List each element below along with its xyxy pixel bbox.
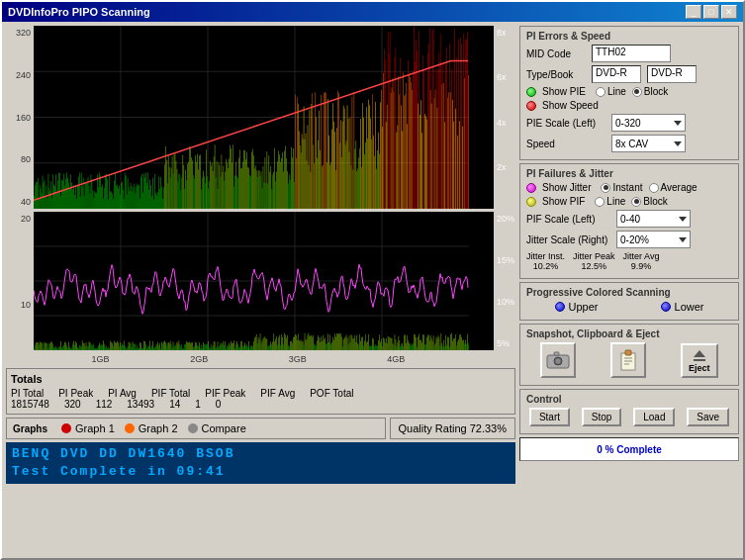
start-button[interactable]: Start [529, 408, 570, 426]
show-pie-led [526, 87, 536, 97]
pif-block-radio-dot [631, 197, 641, 207]
pif-block-radio[interactable]: Block [631, 196, 667, 207]
eject-button[interactable]: Eject [681, 343, 718, 378]
pif-scale-dropdown[interactable]: 0-40 [616, 210, 691, 228]
show-pif-row: Show PIF Line Block [526, 196, 732, 207]
pi-peak-value: 320 [64, 399, 81, 410]
close-button[interactable]: ✕ [721, 5, 737, 19]
lower-label: Lower [675, 301, 704, 313]
jitter-average-radio[interactable]: Average [649, 182, 698, 193]
pi-errors-title: PI Errors & Speed [526, 31, 732, 42]
type-book-row: Type/Book DVD-R DVD-R [526, 65, 732, 83]
jitter-scale-dropdown[interactable]: 0-20% [616, 231, 691, 248]
pie-scale-dropdown[interactable]: 0-320 [611, 114, 686, 132]
speed-dropdown[interactable]: 8x CAV [611, 135, 686, 152]
jitter-avg-stat: Jitter Avg 9.9% [623, 251, 660, 271]
show-speed-led [526, 101, 536, 111]
graph1-item[interactable]: Graph 1 [61, 422, 115, 434]
main-chart-y-right: 8x 6x 4x 2x [494, 26, 515, 209]
show-speed-row: Show Speed [526, 100, 732, 111]
secondary-chart-y-left: 20 10 [6, 212, 34, 350]
secondary-chart-y-right: 20% 15% 10% 5% [494, 212, 515, 350]
svg-point-2 [556, 359, 561, 364]
show-jitter-label: Show Jitter [542, 182, 591, 193]
type-book-val2[interactable]: DVD-R [647, 65, 697, 83]
pif-scale-arrow-icon [679, 217, 687, 222]
compare-label: Compare [202, 422, 246, 434]
show-jitter-led [526, 183, 536, 193]
window-title: DVDInfoPro PIPO Scanning [8, 6, 150, 18]
show-pif-label: Show PIF [542, 196, 585, 207]
svg-marker-9 [694, 350, 705, 357]
compare-item[interactable]: Compare [188, 422, 246, 434]
jitter-average-radio-dot [649, 183, 659, 193]
pi-errors-speed-panel: PI Errors & Speed MID Code TTH02 Type/Bo… [519, 26, 739, 160]
main-chart-container: 320 240 160 80 40 8x 6x 4x 2x [6, 26, 515, 209]
camera-icon [546, 351, 570, 369]
quality-rating: Quality Rating 72.33% [399, 422, 507, 434]
speed-label: Speed [526, 139, 605, 149]
jitter-scale-arrow-icon [679, 237, 687, 242]
main-chart-y-left: 320 240 160 80 40 [6, 26, 34, 209]
pi-total-value: 1815748 [11, 399, 49, 410]
pif-line-radio[interactable]: Line [595, 196, 625, 207]
show-speed-label: Show Speed [542, 100, 599, 111]
pie-scale-row: PIE Scale (Left) 0-320 [526, 114, 732, 132]
pif-peak-label: PIF Peak [205, 388, 245, 399]
pie-block-radio[interactable]: Block [632, 86, 668, 97]
upper-led [555, 302, 565, 312]
pif-total-label: PIF Total [151, 388, 190, 399]
jitter-scale-label: Jitter Scale (Right) [526, 234, 610, 245]
totals-values-row: 1815748 320 112 13493 14 1 0 [11, 399, 511, 410]
snapshot-panel: Snapshot, Clipboard & Eject [519, 324, 739, 386]
svg-rect-10 [694, 359, 705, 361]
save-button[interactable]: Save [687, 408, 729, 426]
jitter-avg-value: 9.9% [631, 261, 652, 271]
upper-item: Upper [555, 301, 599, 313]
jitter-inst-stat: Jitter Inst. 10.2% [526, 251, 565, 271]
svg-rect-3 [554, 352, 559, 355]
graphs-title: Graphs [13, 423, 47, 434]
totals-title: Totals [11, 373, 511, 385]
title-bar: DVDInfoPro PIPO Scanning _ □ ✕ [2, 2, 743, 22]
svg-rect-5 [625, 350, 631, 355]
graphs-quality-row: Graphs Graph 1 Graph 2 Compare [6, 418, 515, 439]
show-jitter-row: Show Jitter Instant Average [526, 182, 732, 193]
led-display: BENQ DVD DD DW1640 BSOB Test Complete in… [6, 442, 515, 484]
graph1-dot [61, 423, 71, 433]
minimize-button[interactable]: _ [686, 5, 701, 19]
camera-button[interactable] [540, 342, 576, 378]
lower-led [661, 302, 671, 312]
led-line1: BENQ DVD DD DW1640 BSOB [12, 445, 510, 463]
type-book-label: Type/Book [526, 69, 586, 80]
mid-code-label: MID Code [526, 48, 586, 59]
clipboard-button[interactable] [610, 342, 646, 378]
totals-labels-row: PI Total PI Peak PI Avg PIF Total PIF Pe… [11, 388, 511, 399]
control-buttons-row: Start Stop Load Save [526, 408, 732, 426]
pif-scale-label: PIF Scale (Left) [526, 214, 610, 225]
jitter-instant-radio[interactable]: Instant [601, 182, 642, 193]
pie-line-radio[interactable]: Line [596, 86, 626, 97]
pi-avg-value: 112 [96, 399, 113, 410]
lower-item: Lower [661, 301, 704, 313]
pif-total-value: 13493 [127, 399, 154, 410]
jitter-avg-label: Jitter Avg [623, 251, 660, 261]
jitter-inst-value: 10.2% [533, 261, 559, 271]
graphs-section: Graphs Graph 1 Graph 2 Compare [6, 418, 386, 439]
show-pie-row: Show PIE Line Block [526, 86, 732, 97]
progress-bar-container: 0 % Complete [519, 437, 739, 461]
pi-total-label: PI Total [11, 388, 44, 399]
mid-code-input[interactable]: TTH02 [592, 45, 671, 62]
pie-block-radio-dot [632, 87, 642, 97]
main-window: DVDInfoPro PIPO Scanning _ □ ✕ 320 240 1… [0, 0, 745, 560]
quality-section: Quality Rating 72.33% [390, 418, 515, 439]
graph2-item[interactable]: Graph 2 [125, 422, 178, 434]
eject-icon [692, 348, 707, 362]
jitter-stats-row: Jitter Inst. 10.2% Jitter Peak 12.5% Jit… [526, 251, 732, 271]
load-button[interactable]: Load [633, 408, 675, 426]
progressive-scanning-panel: Progressive Colored Scanning Upper Lower [519, 282, 739, 321]
stop-button[interactable]: Stop [582, 408, 622, 426]
maximize-button[interactable]: □ [703, 5, 719, 19]
pie-scale-label: PIE Scale (Left) [526, 118, 605, 129]
type-book-val1[interactable]: DVD-R [592, 65, 641, 83]
